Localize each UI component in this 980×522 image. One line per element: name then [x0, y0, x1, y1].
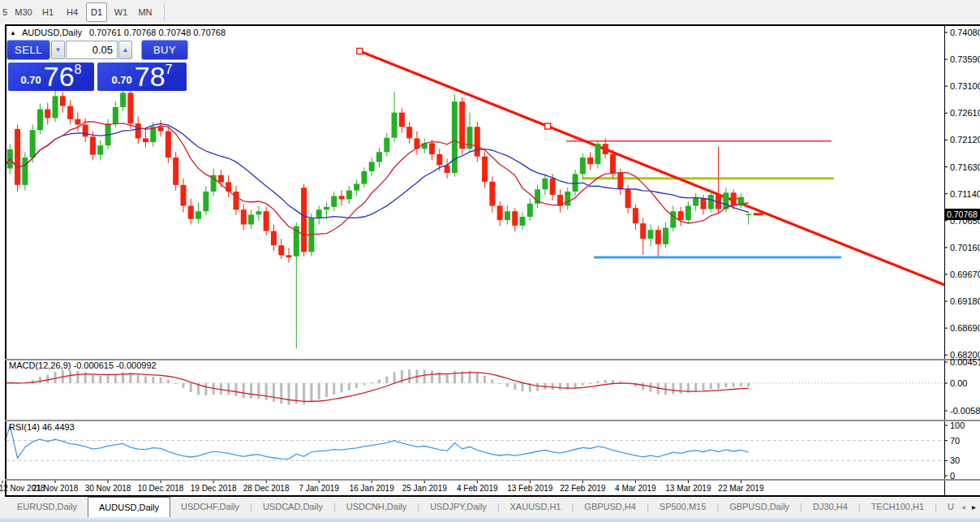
date-axis-label: 13 Mar 2019 [660, 484, 716, 493]
buy-price-display[interactable]: 0.70 78 7 [97, 63, 187, 91]
tab-scroll-left-icon[interactable]: ◂ [961, 503, 965, 511]
macd-panel [2, 369, 945, 405]
rsi-panel-separator [5, 420, 980, 421]
tab-usdjpy-daily[interactable]: USDJPY,Daily [419, 497, 497, 517]
main-chart-panel [0, 48, 944, 348]
date-axis-label: 22 Feb 2019 [554, 484, 611, 493]
date-axis-separator [5, 479, 980, 481]
date-axis-label: 10 Dec 2018 [132, 484, 189, 493]
tab-u[interactable]: U [937, 497, 965, 517]
trading-platform-window: 5 M30 H1 H4 D1 W1 MN ▲ AUDUSD,Daily 0.70… [0, 0, 980, 522]
price-axis-label: 0.74080 [950, 28, 980, 37]
tab-sp500-m15[interactable]: SP500,M15 [649, 497, 716, 517]
current-price-badge: 0.70768 [944, 209, 980, 220]
date-axis-label: 7 Jan 2019 [290, 484, 347, 493]
price-axis-label: 0.68690 [950, 323, 980, 333]
rsi-indicator-label: RSI(14) 46.4493 [9, 422, 75, 432]
rsi-name: RSI(14) [9, 422, 40, 432]
date-axis-label: 16 Jan 2019 [343, 484, 400, 493]
trendline-handle [357, 48, 363, 54]
volume-increase-button[interactable]: ▲ [118, 41, 132, 59]
date-axis-label: 13 Feb 2019 [501, 484, 558, 493]
tab-eurusd-daily[interactable]: EURUSD,Daily [6, 497, 88, 517]
date-axis-label: 22 Mar 2019 [712, 484, 769, 493]
date-axis-label: 30 Nov 2018 [80, 484, 136, 493]
sell-price-base: 0.70 [20, 74, 41, 86]
buy-button[interactable]: BUY [141, 40, 188, 60]
macd-axis-label: 0.004517 [950, 357, 980, 367]
volume-decrease-button[interactable]: ▼ [51, 41, 65, 59]
rsi-line [2, 425, 749, 459]
one-click-trading-panel: SELL ▼ ▲ BUY 0.70 76 8 0.70 78 7 [6, 38, 188, 90]
price-axis-label: 0.73100 [950, 81, 980, 91]
macd-axis-label: 0.00 [950, 378, 967, 388]
date-axis-label: 25 Jan 2019 [396, 484, 453, 493]
window-top-border [5, 24, 980, 26]
tab-dj30-h4[interactable]: DJ30,H4 [802, 497, 858, 517]
sell-button[interactable]: SELL [6, 40, 50, 60]
price-axis-label: 0.69670 [950, 270, 980, 279]
date-axis-label: 4 Mar 2019 [607, 484, 664, 493]
volume-input[interactable] [66, 41, 118, 59]
macd-indicator-label: MACD(12,26,9) -0.000615 -0.000992 [9, 360, 157, 370]
tab-scroll-right-icon[interactable]: ▸ [972, 503, 976, 511]
price-axis-label: 0.71140 [950, 189, 980, 199]
rsi-axis-label: 30 [950, 455, 960, 465]
ohlc-values: 0.70761 0.70768 0.70748 0.70768 [89, 28, 226, 37]
date-axis-label: 28 Dec 2018 [238, 484, 294, 493]
collapse-panel-icon[interactable]: ▲ [10, 29, 16, 37]
tab-tech100-h1[interactable]: TECH100,H1 [861, 497, 935, 517]
rsi-axis-label: 100 [950, 421, 965, 430]
rsi-value: 46.4493 [42, 422, 75, 432]
sell-price-pips: 76 [44, 64, 75, 88]
tab-usdcnh-daily[interactable]: USDCNH,Daily [336, 497, 418, 517]
price-axis-divider [944, 26, 945, 495]
rsi-panel [2, 425, 944, 460]
sell-price-point: 8 [75, 63, 82, 77]
buy-price-point: 7 [165, 63, 173, 77]
price-axis-label: 0.70160 [950, 243, 980, 252]
tab-usdchf-daily[interactable]: USDCHF,Daily [170, 497, 250, 517]
trendline-handle [545, 123, 551, 129]
tab-audusd-daily[interactable]: AUDUSD,Daily [88, 497, 170, 517]
price-axis-label: 0.69180 [950, 296, 980, 306]
rsi-axis-label: 70 [950, 436, 960, 446]
price-axis-label: 0.72610 [950, 108, 980, 118]
tab-gbpusd-daily[interactable]: GBPUSD,Daily [719, 497, 800, 517]
macd-name: MACD(12,26,9) [9, 360, 71, 370]
symbol-period-label: AUDUSD,Daily [22, 28, 82, 37]
date-axis-label: 21 Nov 2018 [27, 484, 84, 493]
sell-price-display[interactable]: 0.70 76 8 [8, 63, 94, 91]
rsi-axis-label: 0 [950, 471, 955, 481]
macd-values: -0.000615 -0.000992 [73, 360, 156, 370]
last-price-marker [754, 213, 763, 215]
candles-series [0, 86, 751, 348]
tab-usdcad-daily[interactable]: USDCAD,Daily [252, 497, 333, 517]
window-left-border [5, 26, 6, 497]
date-axis-label: 4 Feb 2019 [449, 484, 505, 493]
buy-price-base: 0.70 [111, 74, 131, 86]
chart-tab-bar: EURUSD,DailyAUDUSD,DailyUSDCHF,Daily|USD… [0, 497, 980, 517]
tab-xauusd-h1[interactable]: XAUUSD,H1 [500, 497, 572, 517]
macd-axis-label: -0.005899 [950, 406, 980, 416]
chart-title: ▲ AUDUSD,Daily 0.70761 0.70768 0.70748 0… [10, 28, 226, 37]
price-axis-label: 0.73590 [950, 54, 980, 64]
tab-gbpusd-h4[interactable]: GBPUSD,H4 [574, 497, 647, 517]
buy-price-pips: 78 [135, 64, 165, 88]
date-axis-label: 19 Dec 2018 [185, 484, 242, 493]
tab-scroll-arrows: ◂ ▸ [961, 497, 976, 517]
price-axis-label: 0.72120 [950, 135, 980, 145]
moving-average-18 [2, 123, 749, 218]
status-strip [0, 517, 980, 522]
price-axis-label: 0.71630 [950, 162, 980, 172]
